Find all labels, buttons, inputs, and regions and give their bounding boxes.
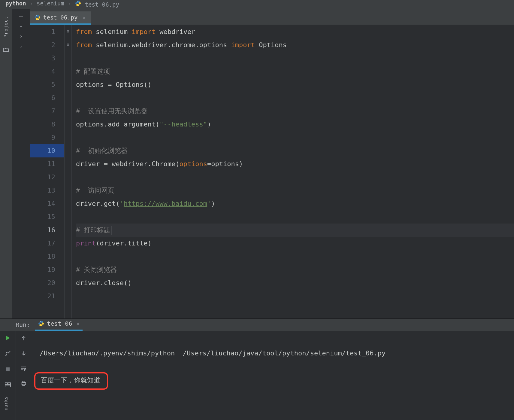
svg-point-1 (79, 5, 79, 6)
close-run-tab-icon[interactable]: × (76, 321, 80, 327)
breadcrumb-sep: › (68, 0, 71, 7)
fold-column: ⊟⊟ (65, 25, 72, 318)
svg-point-3 (38, 19, 39, 20)
svg-point-5 (42, 325, 42, 326)
file-tab-active[interactable]: test_06.py × (30, 11, 91, 25)
svg-point-2 (36, 15, 37, 16)
folder-icon[interactable] (3, 47, 9, 54)
collapse-toggle[interactable] (12, 12, 30, 20)
tree-node[interactable] (12, 43, 30, 51)
bottom-left-rail: marks (0, 397, 12, 411)
run-body: /Users/liuchao/.pyenv/shims/python /User… (0, 331, 514, 420)
run-label: Run: (16, 321, 30, 328)
layout-icon[interactable] (4, 381, 12, 389)
svg-rect-9 (5, 385, 11, 387)
close-tab-icon[interactable]: × (82, 14, 86, 21)
breadcrumb-item-0[interactable]: python (5, 0, 26, 7)
rerun-icon[interactable] (4, 334, 12, 342)
tree-expand-icon[interactable] (12, 22, 30, 31)
run-tab[interactable]: test_06 × (35, 319, 83, 331)
stop-icon[interactable] (4, 365, 12, 373)
project-tool-button[interactable]: Project (3, 16, 9, 38)
bookmarks-tool-button[interactable]: marks (3, 397, 9, 410)
run-console[interactable]: /Users/liuchao/.pyenv/shims/python /User… (31, 331, 514, 420)
editor-tab-bar: test_06.py × (30, 9, 514, 25)
breadcrumb-sep: › (30, 0, 33, 7)
project-panel-collapsed (12, 9, 30, 318)
breadcrumb-item-1[interactable]: selenium (37, 0, 64, 7)
editor: test_06.py × 123456789101112131415161718… (30, 9, 514, 318)
run-header: Run: test_06 × (0, 319, 514, 331)
line-number-gutter: 123456789101112131415161718192021 (30, 25, 65, 318)
svg-point-4 (40, 321, 41, 322)
breadcrumb-file-label: test_06.py (85, 1, 119, 8)
soft-wrap-icon[interactable] (20, 365, 27, 373)
svg-rect-7 (5, 383, 8, 385)
breadcrumb: python › selenium › test_06.py (0, 0, 514, 9)
settings-icon[interactable] (4, 349, 12, 358)
down-arrow-icon[interactable] (20, 350, 27, 358)
run-nav-column (16, 331, 31, 420)
python-file-icon (38, 320, 44, 327)
code-lines[interactable]: from selenium import webdriverfrom selen… (72, 25, 514, 318)
svg-rect-10 (22, 382, 26, 385)
up-arrow-icon[interactable] (20, 335, 27, 343)
console-command-line: /Users/liuchao/.pyenv/shims/python /User… (40, 347, 514, 360)
svg-rect-8 (8, 383, 11, 385)
svg-rect-11 (23, 381, 25, 383)
left-tool-rail: Project (0, 9, 12, 318)
svg-point-0 (77, 1, 77, 2)
console-highlighted-output: 百度一下，你就知道 (34, 372, 108, 390)
breadcrumb-item-2[interactable]: test_06.py (75, 0, 119, 8)
run-tool-window: Run: test_06 × (0, 318, 514, 420)
python-file-icon (34, 14, 41, 21)
print-icon[interactable] (20, 380, 27, 388)
tree-node[interactable] (12, 32, 30, 41)
code-editor[interactable]: 123456789101112131415161718192021 ⊟⊟ fro… (30, 25, 514, 318)
main-area: Project test_06.py × (0, 9, 514, 318)
file-tab-label: test_06.py (43, 14, 77, 21)
run-tab-label: test_06 (47, 320, 72, 327)
svg-rect-6 (6, 367, 10, 371)
python-file-icon (75, 0, 81, 7)
